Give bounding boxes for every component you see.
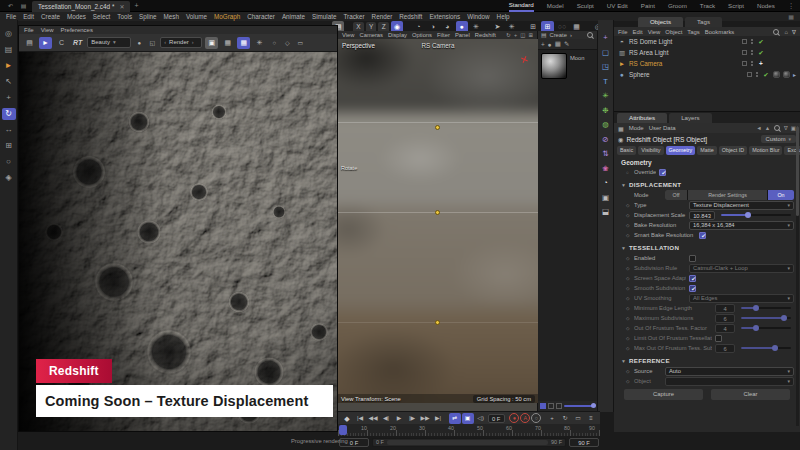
visibility-dots-icon[interactable] xyxy=(751,50,753,52)
render-camera-dropdown[interactable]: ‹Render› xyxy=(160,37,202,48)
max-oof-subdivs-slider[interactable] xyxy=(741,347,791,349)
menu-window[interactable]: Window xyxy=(467,13,489,20)
om-menu-view[interactable]: View xyxy=(648,29,661,35)
visibility-dots-icon[interactable] xyxy=(756,72,758,74)
menu-modes[interactable]: Modes xyxy=(67,13,86,20)
object-row-dome-light[interactable]: ◓ RS Dome Light ✔ xyxy=(614,36,800,47)
viewport-camera-label[interactable]: RS Camera xyxy=(338,42,538,49)
vp-menu-cameras[interactable]: Cameras xyxy=(359,32,383,38)
anim-dot-icon[interactable]: ○ xyxy=(626,170,631,175)
max-oof-subdivs-field[interactable]: 6 xyxy=(715,344,735,353)
vp-menu-redshift[interactable]: Redshift xyxy=(475,32,496,38)
uv-smoothing-dropdown[interactable]: All Edges▾ xyxy=(689,294,794,303)
enabled-check-icon[interactable]: ✔ xyxy=(757,38,765,46)
layer-square-icon[interactable] xyxy=(747,72,752,77)
subdivision-rule-dropdown[interactable]: Catmull-Clark + Loop▾ xyxy=(689,264,794,273)
range-track[interactable] xyxy=(387,440,548,445)
autokey-button[interactable]: A xyxy=(520,413,530,423)
range-max-field[interactable]: 90 F xyxy=(569,438,599,447)
menu-character[interactable]: Character xyxy=(247,13,275,20)
move-tool-icon[interactable]: + xyxy=(2,92,16,104)
mode-render-settings-button[interactable]: Render Settings xyxy=(688,190,767,200)
fit-view-icon[interactable]: ◇ xyxy=(282,37,292,49)
anim-dot-icon[interactable]: ◇ xyxy=(626,316,631,321)
cursor-tool-icon[interactable]: ↖ xyxy=(2,76,16,88)
compare-icon[interactable]: ▭ xyxy=(295,37,305,49)
menu-volume[interactable]: Volume xyxy=(186,13,207,20)
mode-off-button[interactable]: Off xyxy=(665,190,687,200)
om-menu-tags[interactable]: Tags xyxy=(687,29,699,35)
deformer-icon[interactable]: ⊘ xyxy=(600,134,612,145)
record-position-button[interactable]: + xyxy=(546,413,558,424)
menu-mesh[interactable]: Mesh xyxy=(164,13,179,20)
snap-tool-icon[interactable]: ⊞ xyxy=(2,140,16,152)
edit-material-icon[interactable]: ✎ xyxy=(564,40,569,48)
layout-tab-sculpt[interactable]: Sculpt xyxy=(577,1,594,11)
aov-icon[interactable]: ● xyxy=(134,37,144,49)
viewport-canvas[interactable]: Perspective RS Camera Rotate View Transf… xyxy=(338,39,538,403)
moon-material-thumbnail[interactable] xyxy=(541,53,567,79)
max-subdivisions-field[interactable]: 6 xyxy=(715,314,735,323)
next-frame-button[interactable]: |▶ xyxy=(406,413,418,424)
anim-dot-icon[interactable]: ◇ xyxy=(626,346,631,351)
displacement-scale-slider[interactable] xyxy=(721,214,791,216)
layer-square-icon[interactable] xyxy=(742,50,747,55)
keyframe-selection-button[interactable]: ○ xyxy=(531,413,541,423)
goto-end-button[interactable]: ▶| xyxy=(432,413,444,424)
dock-tab-tags[interactable]: Tags xyxy=(685,17,722,27)
rendered-moon-image[interactable]: Redshift Coming Soon – Texture Displacem… xyxy=(19,52,337,431)
menu-simulate[interactable]: Simulate xyxy=(312,13,337,20)
material-tag-icon[interactable] xyxy=(773,71,780,78)
screen-space-adaptive-checkbox[interactable] xyxy=(689,275,696,282)
tess-enabled-checkbox[interactable] xyxy=(689,255,696,262)
field-icon[interactable]: ◍ xyxy=(600,119,612,130)
record-rotation-button[interactable]: ↻ xyxy=(559,413,571,424)
reference-section-header[interactable]: ▼ REFERENCE xyxy=(614,355,800,366)
vp-menu-options[interactable]: Options xyxy=(412,32,432,38)
material-view-large-icon[interactable] xyxy=(556,403,562,409)
vp-menu-display[interactable]: Display xyxy=(388,32,407,38)
vp-menu-filter[interactable]: Filter xyxy=(437,32,450,38)
polygon-tag-icon[interactable]: ▸ xyxy=(793,71,796,78)
prev-frame-button[interactable]: ◀| xyxy=(380,413,392,424)
collapse-caret-icon[interactable]: ▼ xyxy=(621,182,626,188)
om-filter-icon[interactable]: ∇ xyxy=(792,29,796,35)
attr-menu-mode[interactable]: Mode xyxy=(629,125,644,131)
tab-basic[interactable]: Basic xyxy=(617,146,636,155)
anim-dot-icon[interactable]: ◇ xyxy=(626,369,631,374)
timeline-playhead[interactable] xyxy=(339,425,347,435)
rv-menu-file[interactable]: File xyxy=(24,27,34,33)
vp-sync-icon[interactable]: ↻ xyxy=(506,32,511,38)
visibility-dots-icon[interactable] xyxy=(751,39,753,41)
max-subdivisions-slider[interactable] xyxy=(741,317,791,319)
display-icon[interactable]: ⬓ xyxy=(600,206,612,217)
om-home-icon[interactable]: ⌂ xyxy=(784,29,788,35)
layout-tab-nodes[interactable]: Nodes xyxy=(757,1,775,11)
add-material-icon[interactable]: + xyxy=(541,41,545,48)
anim-dot-icon[interactable]: ◇ xyxy=(626,296,631,301)
play-mode-button[interactable]: ▣ xyxy=(462,413,474,424)
collapse-caret-icon[interactable]: ▼ xyxy=(621,245,626,251)
layout-tab-model[interactable]: Model xyxy=(547,1,564,11)
tab-matte[interactable]: Matte xyxy=(697,146,716,155)
more-layouts-icon[interactable]: ⋮ xyxy=(788,1,794,11)
tab-object-id[interactable]: Object ID xyxy=(719,146,747,155)
vp-maximize-icon[interactable]: ⊞ xyxy=(528,32,533,38)
menu-mograph[interactable]: MoGraph xyxy=(214,13,240,20)
record-scale-button[interactable]: ▭ xyxy=(572,413,584,424)
vp-menu-panel[interactable]: Panel xyxy=(455,32,470,38)
zoom-tool-icon[interactable]: ◎ xyxy=(2,28,16,40)
axis-lock-icon[interactable]: ○ xyxy=(2,156,16,168)
anim-dot-icon[interactable]: ◇ xyxy=(626,213,631,218)
text-tool-icon[interactable]: T xyxy=(600,76,612,87)
displacement-type-dropdown[interactable]: Texture Displacement▾ xyxy=(689,201,794,210)
displacement-section-header[interactable]: ▼ DISPLACEMENT xyxy=(614,179,800,190)
dock-tab-layers[interactable]: Layers xyxy=(669,113,712,123)
mode-on-button[interactable]: On xyxy=(768,190,794,200)
clock-icon[interactable]: ◔ xyxy=(600,177,612,188)
prev-key-button[interactable]: ◀◀ xyxy=(367,413,379,424)
menu-render[interactable]: Render xyxy=(372,13,393,20)
object-row-sphere[interactable]: ● Sphere ✔ ▸ xyxy=(614,69,800,80)
history-up-icon[interactable]: ▲ xyxy=(765,125,770,131)
rt-toggle[interactable]: RT xyxy=(71,39,84,46)
